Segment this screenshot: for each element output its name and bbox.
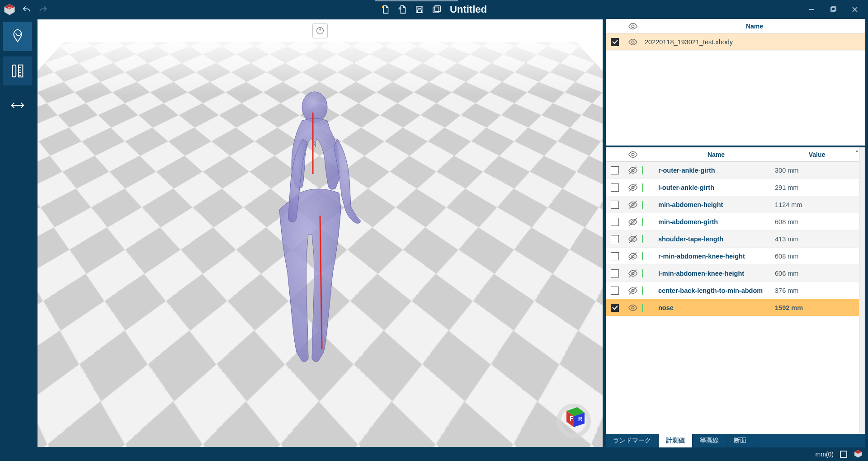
svg-point-22 — [302, 92, 327, 122]
status-logo-icon[interactable] — [854, 449, 863, 460]
eye-off-icon[interactable] — [628, 200, 638, 210]
eye-off-icon[interactable] — [628, 251, 638, 261]
tool-model[interactable] — [3, 22, 33, 52]
color-swatch[interactable] — [642, 287, 643, 295]
sort-up-icon[interactable]: ▴ — [856, 148, 858, 153]
svg-point-30 — [632, 25, 634, 28]
measurement-header-name[interactable]: Name — [656, 151, 775, 158]
measurement-row[interactable]: center-back-length-to-min-abdom376 mm — [606, 282, 859, 299]
color-swatch[interactable] — [642, 304, 643, 312]
color-swatch[interactable] — [642, 166, 643, 174]
viewport-3d[interactable]: F R — [37, 19, 603, 447]
files-rows: 20220118_193021_test.xbody — [606, 33, 865, 146]
eye-off-icon[interactable] — [628, 234, 638, 244]
left-toolbar — [3, 19, 34, 447]
file-row[interactable]: 20220118_193021_test.xbody — [606, 33, 865, 51]
tab-2[interactable]: 等高線 — [693, 434, 726, 447]
measurement-header-value[interactable]: Value — [775, 151, 859, 158]
navigation-cube[interactable]: F R — [555, 402, 593, 440]
measurement-panel: Name Value ▴ r-outer-ankle-girth300 mml-… — [606, 147, 865, 447]
eye-off-icon[interactable] — [628, 183, 638, 193]
eye-icon — [628, 21, 638, 31]
measurement-name: l-min-abdomen-knee-height — [656, 270, 775, 277]
tab-3[interactable]: 断面 — [726, 434, 754, 447]
color-swatch[interactable] — [642, 235, 643, 243]
status-unit: mm(0) — [816, 451, 834, 458]
tool-measure[interactable] — [3, 56, 33, 86]
undo-button[interactable] — [21, 4, 33, 15]
checkbox[interactable] — [611, 304, 619, 312]
status-bar: mm(0) — [0, 447, 868, 461]
measurement-row[interactable]: min-abdomen-height1124 mm — [606, 196, 859, 213]
color-swatch[interactable] — [642, 269, 643, 278]
document-tab-group: Untitled — [378, 0, 490, 19]
checkbox[interactable] — [611, 166, 619, 174]
new-doc-button[interactable] — [378, 3, 392, 16]
color-swatch[interactable] — [642, 183, 643, 192]
eye-icon[interactable] — [628, 37, 638, 47]
measurement-row[interactable]: shoulder-tape-length413 mm — [606, 230, 859, 248]
measurement-row[interactable]: min-abdomen-girth608 mm — [606, 213, 859, 230]
window-close-button[interactable] — [844, 3, 865, 16]
document-title: Untitled — [447, 4, 490, 15]
checkbox[interactable] — [611, 218, 619, 226]
measurement-row[interactable]: nose1592 mm — [606, 299, 859, 316]
measurement-value: 608 mm — [775, 253, 859, 260]
svg-text:R: R — [578, 416, 582, 422]
measurement-value: 376 mm — [775, 287, 859, 294]
checkbox[interactable] — [611, 183, 619, 192]
scrollbar[interactable] — [859, 147, 865, 434]
measurement-tabs: ランドマーク計測値等高線断面 — [606, 434, 865, 447]
svg-rect-5 — [418, 6, 421, 9]
measurement-value: 608 mm — [775, 218, 859, 226]
checkbox[interactable] — [611, 269, 619, 278]
svg-rect-14 — [13, 65, 16, 77]
window-maximize-button[interactable] — [823, 3, 844, 16]
measurement-row[interactable]: l-outer-ankle-girth291 mm — [606, 179, 859, 196]
eye-off-icon[interactable] — [628, 217, 638, 227]
eye-off-icon[interactable] — [628, 286, 638, 296]
eye-off-icon[interactable] — [628, 165, 638, 175]
checkbox[interactable] — [611, 287, 619, 295]
measurement-row[interactable]: r-min-abdomen-knee-height608 mm — [606, 248, 859, 265]
checkbox[interactable] — [611, 252, 619, 260]
measurement-value: 300 mm — [775, 167, 859, 174]
tool-pan[interactable] — [3, 90, 33, 120]
color-swatch[interactable] — [642, 252, 643, 260]
measurement-name: center-back-length-to-min-abdom — [656, 287, 775, 294]
tab-0[interactable]: ランドマーク — [606, 434, 659, 447]
files-header-name[interactable]: Name — [642, 23, 865, 30]
checkbox[interactable] — [611, 235, 619, 243]
checkbox[interactable] — [611, 38, 619, 46]
color-swatch[interactable] — [642, 201, 643, 209]
measurement-header: Name Value ▴ — [606, 147, 859, 162]
title-bar: HMS Untitled — [0, 0, 868, 19]
eye-off-icon[interactable] — [628, 268, 638, 278]
measurement-name: l-outer-ankle-girth — [656, 184, 775, 191]
tab-1[interactable]: 計測値 — [659, 434, 693, 447]
measurement-rows: r-outer-ankle-girth300 mml-outer-ankle-g… — [606, 162, 859, 434]
save-all-button[interactable] — [430, 3, 443, 16]
svg-rect-7 — [433, 7, 439, 13]
status-square-icon[interactable] — [840, 451, 847, 458]
eye-icon[interactable] — [628, 303, 638, 313]
color-swatch[interactable] — [642, 218, 643, 226]
open-doc-button[interactable] — [396, 3, 409, 16]
measurement-name: r-outer-ankle-girth — [656, 167, 775, 174]
svg-point-31 — [632, 41, 634, 43]
measurement-name: shoulder-tape-length — [656, 235, 775, 243]
save-button[interactable] — [413, 3, 426, 16]
measurement-value: 413 mm — [775, 235, 859, 243]
svg-rect-8 — [434, 6, 440, 12]
redo-button[interactable] — [37, 4, 49, 15]
measurement-row[interactable]: r-outer-ankle-girth300 mm — [606, 162, 859, 179]
viewport-compass-button[interactable] — [312, 23, 328, 38]
svg-text:F: F — [570, 415, 574, 422]
measurement-row[interactable]: l-min-abdomen-knee-height606 mm — [606, 265, 859, 282]
measurement-name: nose — [656, 304, 775, 311]
measurement-value: 291 mm — [775, 184, 859, 191]
checkbox[interactable] — [611, 201, 619, 209]
window-minimize-button[interactable] — [801, 3, 822, 16]
measurement-value: 606 mm — [775, 270, 859, 277]
app-logo: HMS — [3, 3, 16, 16]
